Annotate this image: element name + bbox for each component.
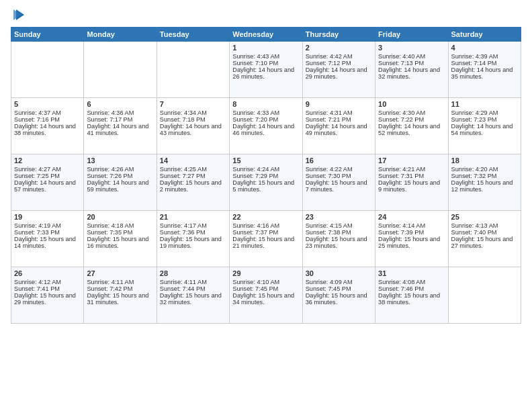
day-cell: 7Sunrise: 4:34 AMSunset: 7:18 PMDaylight… [157, 98, 229, 154]
day-info: Sunrise: 4:37 AM [14, 109, 81, 116]
day-number: 13 [87, 156, 153, 165]
day-info: Sunset: 7:44 PM [160, 285, 226, 292]
day-info: Sunset: 7:33 PM [14, 229, 81, 236]
col-header-monday: Monday [84, 28, 157, 42]
day-info: Sunset: 7:31 PM [378, 173, 445, 179]
day-info: Daylight: 15 hours and 36 minutes. [306, 292, 372, 306]
day-info: Sunrise: 4:21 AM [378, 166, 445, 173]
day-info: Sunrise: 4:08 AM [378, 279, 445, 285]
day-info: Sunset: 7:30 PM [306, 173, 372, 179]
col-header-saturday: Saturday [448, 28, 521, 42]
day-cell: 21Sunrise: 4:17 AMSunset: 7:36 PMDayligh… [157, 211, 229, 267]
day-cell: 30Sunrise: 4:09 AMSunset: 7:45 PMDayligh… [302, 267, 375, 324]
day-info: Daylight: 15 hours and 9 minutes. [378, 179, 445, 193]
day-info: Sunset: 7:10 PM [232, 60, 299, 66]
day-cell: 14Sunrise: 4:25 AMSunset: 7:27 PMDayligh… [157, 154, 229, 211]
week-row-3: 12Sunrise: 4:27 AMSunset: 7:25 PMDayligh… [11, 154, 521, 211]
day-info: Daylight: 15 hours and 29 minutes. [14, 292, 81, 306]
day-cell: 1Sunrise: 4:43 AMSunset: 7:10 PMDaylight… [230, 42, 302, 98]
day-number: 24 [378, 213, 445, 221]
day-cell: 9Sunrise: 4:31 AMSunset: 7:21 PMDaylight… [302, 98, 375, 154]
day-info: Sunrise: 4:19 AM [14, 222, 81, 229]
day-number: 20 [87, 213, 153, 221]
day-info: Daylight: 14 hours and 46 minutes. [232, 123, 299, 136]
day-number: 12 [14, 156, 81, 165]
day-cell: 25Sunrise: 4:13 AMSunset: 7:40 PMDayligh… [448, 211, 521, 267]
day-number: 27 [87, 269, 153, 277]
day-cell: 23Sunrise: 4:15 AMSunset: 7:38 PMDayligh… [302, 211, 375, 267]
header-row: SundayMondayTuesdayWednesdayThursdayFrid… [11, 28, 521, 42]
day-number: 26 [14, 269, 81, 277]
day-info: Daylight: 14 hours and 57 minutes. [14, 179, 81, 193]
day-info: Sunset: 7:37 PM [232, 229, 299, 236]
day-info: Daylight: 15 hours and 7 minutes. [306, 179, 372, 193]
day-info: Daylight: 15 hours and 12 minutes. [451, 179, 518, 193]
day-cell: 20Sunrise: 4:18 AMSunset: 7:35 PMDayligh… [84, 211, 157, 267]
day-number: 5 [14, 100, 81, 108]
day-cell: 17Sunrise: 4:21 AMSunset: 7:31 PMDayligh… [375, 154, 448, 211]
week-row-2: 5Sunrise: 4:37 AMSunset: 7:16 PMDaylight… [11, 98, 521, 154]
day-info: Sunrise: 4:27 AM [14, 166, 81, 173]
day-info: Sunrise: 4:26 AM [87, 166, 153, 173]
day-cell: 8Sunrise: 4:33 AMSunset: 7:20 PMDaylight… [230, 98, 302, 154]
day-info: Sunset: 7:38 PM [306, 229, 372, 236]
day-cell [448, 267, 521, 324]
day-number: 17 [378, 156, 445, 165]
day-info: Daylight: 14 hours and 26 minutes. [232, 66, 299, 80]
day-cell: 24Sunrise: 4:14 AMSunset: 7:39 PMDayligh… [375, 211, 448, 267]
day-cell: 19Sunrise: 4:19 AMSunset: 7:33 PMDayligh… [11, 211, 84, 267]
day-info: Daylight: 14 hours and 41 minutes. [87, 123, 153, 136]
day-info: Sunset: 7:35 PM [87, 229, 153, 236]
col-header-wednesday: Wednesday [230, 28, 302, 42]
day-info: Sunrise: 4:16 AM [232, 222, 299, 229]
day-number: 28 [160, 269, 226, 277]
day-info: Sunrise: 4:30 AM [378, 109, 445, 116]
col-header-sunday: Sunday [11, 28, 84, 42]
day-number: 4 [451, 44, 518, 52]
day-number: 14 [160, 156, 226, 165]
day-info: Sunrise: 4:31 AM [306, 109, 372, 116]
day-info: Sunset: 7:45 PM [306, 285, 372, 292]
day-info: Sunset: 7:42 PM [87, 285, 153, 292]
day-number: 8 [232, 100, 299, 108]
day-info: Daylight: 15 hours and 31 minutes. [87, 292, 153, 306]
day-info: Sunset: 7:32 PM [451, 173, 518, 179]
day-info: Daylight: 14 hours and 32 minutes. [378, 66, 445, 80]
day-info: Sunset: 7:25 PM [14, 173, 81, 179]
day-info: Sunset: 7:26 PM [87, 173, 153, 179]
day-info: Sunrise: 4:15 AM [306, 222, 372, 229]
day-info: Sunset: 7:27 PM [160, 173, 226, 179]
day-info: Sunrise: 4:36 AM [87, 109, 153, 116]
day-info: Sunset: 7:29 PM [232, 173, 299, 179]
day-info: Sunrise: 4:09 AM [306, 279, 372, 285]
day-info: Sunset: 7:36 PM [160, 229, 226, 236]
day-info: Daylight: 15 hours and 14 minutes. [14, 236, 81, 249]
day-number: 25 [451, 213, 518, 221]
day-number: 29 [232, 269, 299, 277]
col-header-tuesday: Tuesday [157, 28, 229, 42]
day-info: Sunset: 7:18 PM [160, 116, 226, 123]
day-info: Sunset: 7:45 PM [232, 285, 299, 292]
day-info: Daylight: 15 hours and 19 minutes. [160, 236, 226, 249]
day-info: Sunrise: 4:18 AM [87, 222, 153, 229]
day-info: Daylight: 14 hours and 38 minutes. [14, 123, 81, 136]
day-info: Sunset: 7:40 PM [451, 229, 518, 236]
day-cell: 29Sunrise: 4:10 AMSunset: 7:45 PMDayligh… [230, 267, 302, 324]
day-info: Daylight: 15 hours and 16 minutes. [87, 236, 153, 249]
day-cell: 11Sunrise: 4:29 AMSunset: 7:23 PMDayligh… [448, 98, 521, 154]
day-cell: 18Sunrise: 4:20 AMSunset: 7:32 PMDayligh… [448, 154, 521, 211]
day-info: Daylight: 14 hours and 29 minutes. [306, 66, 372, 80]
week-row-1: 1Sunrise: 4:43 AMSunset: 7:10 PMDaylight… [11, 42, 521, 98]
day-info: Daylight: 14 hours and 52 minutes. [378, 123, 445, 136]
day-info: Sunrise: 4:33 AM [232, 109, 299, 116]
day-info: Sunset: 7:21 PM [306, 116, 372, 123]
day-cell: 27Sunrise: 4:11 AMSunset: 7:42 PMDayligh… [84, 267, 157, 324]
day-cell: 26Sunrise: 4:12 AMSunset: 7:41 PMDayligh… [11, 267, 84, 324]
day-number: 31 [378, 269, 445, 277]
day-info: Sunset: 7:46 PM [378, 285, 445, 292]
day-number: 7 [160, 100, 226, 108]
day-info: Sunrise: 4:39 AM [451, 53, 518, 60]
day-number: 3 [378, 44, 445, 52]
day-info: Sunrise: 4:22 AM [306, 166, 372, 173]
logo [11, 8, 27, 23]
